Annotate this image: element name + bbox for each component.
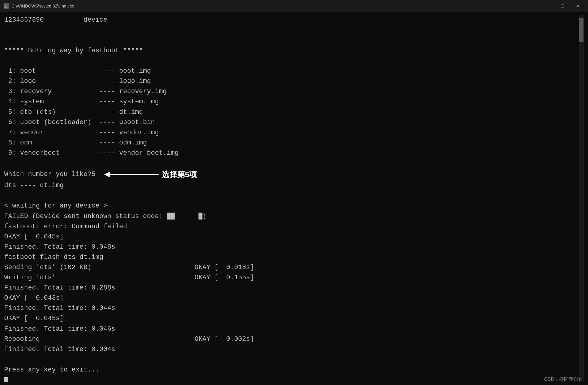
terminal-line: Finished. Total time: 0.048s <box>4 242 579 252</box>
terminal-line: < waiting for any device > <box>4 201 579 211</box>
cmd-icon <box>4 3 9 9</box>
terminal-line: 4: system ---- system.img <box>4 97 579 107</box>
minimize-button[interactable]: ─ <box>541 1 554 11</box>
terminal-line: dts ---- dt.img <box>4 180 579 191</box>
terminal-line: 9: vendorboot ---- vendor_boot.img <box>4 148 579 158</box>
empty-line <box>4 355 579 365</box>
terminal-line: Finished. Total time: 0.004s <box>4 344 579 355</box>
annotation-line: Which number you like?5选择第5项 <box>4 168 579 180</box>
cmd-window: C:\WINDOWS\system32\cmd.exe ─ □ ✕ 123456… <box>0 0 588 385</box>
window-title: C:\WINDOWS\system32\cmd.exe <box>11 4 74 8</box>
blinking-cursor <box>4 377 8 382</box>
scrollbar[interactable] <box>579 15 584 382</box>
terminal-line: 1234567890 device <box>4 15 579 25</box>
terminal-line: ***** Burning way by fastboot ***** <box>4 46 579 56</box>
arrow-line <box>105 174 159 175</box>
terminal-line: OKAY [ 0.045s] <box>4 314 579 324</box>
close-button[interactable]: ✕ <box>571 1 584 11</box>
empty-line <box>4 191 579 201</box>
terminal-line: Finished. Total time: 0.044s <box>4 303 579 314</box>
empty-line <box>4 56 579 66</box>
terminal-line: Sending 'dts' (102 KB) OKAY [ 0.018s] <box>4 262 579 273</box>
svg-rect-0 <box>5 5 8 8</box>
terminal-body: 1234567890 device***** Burning way by fa… <box>0 12 588 385</box>
prompt-line: Which number you like?5 <box>4 169 95 180</box>
terminal-line: 1: boot ---- boot.img <box>4 66 579 76</box>
terminal-line: 8: odm ---- odm.img <box>4 138 579 148</box>
maximize-button[interactable]: □ <box>556 1 569 11</box>
terminal-line: Writing 'dts' OKAY [ 0.155s] <box>4 273 579 283</box>
terminal-line: 6: uboot (bootloader) ---- uboot.bin <box>4 117 579 128</box>
terminal-line: 5: dtb (dts) ---- dt.img <box>4 107 579 117</box>
title-bar-left: C:\WINDOWS\system32\cmd.exe <box>4 3 74 9</box>
empty-line <box>4 158 579 168</box>
terminal-line: Finished. Total time: 0.288s <box>4 283 579 293</box>
terminal-line: FAILED (Device sent unknown status code:… <box>4 211 579 222</box>
terminal-content: 1234567890 device***** Burning way by fa… <box>4 15 579 382</box>
empty-line <box>4 25 579 35</box>
terminal-line: 3: recovery ---- recovery.img <box>4 86 579 97</box>
terminal-line: OKAY [ 0.043s] <box>4 293 579 303</box>
title-bar-controls: ─ □ ✕ <box>541 1 584 11</box>
terminal-line: 7: vendor ---- vendor.img <box>4 128 579 138</box>
annotation-chinese-text: 选择第5项 <box>162 168 197 180</box>
terminal-line: 2: logo ---- logo.img <box>4 76 579 86</box>
terminal-line: Press any key to exit... <box>4 365 579 375</box>
terminal-line: Finished. Total time: 0.046s <box>4 324 579 334</box>
cursor-line <box>4 375 579 382</box>
terminal-line: Rebooting OKAY [ 0.002s] <box>4 334 579 344</box>
arrowhead-icon <box>104 172 110 177</box>
terminal-line: OKAY [ 0.045s] <box>4 232 579 242</box>
terminal-line: fastboot: error: Command failed <box>4 222 579 232</box>
watermark: CSDN @阿迷创作 <box>544 376 583 383</box>
title-bar: C:\WINDOWS\system32\cmd.exe ─ □ ✕ <box>0 0 588 12</box>
terminal-line: fastboot flash dts dt.img <box>4 252 579 262</box>
empty-line <box>4 35 579 46</box>
scrollbar-thumb[interactable] <box>579 18 583 42</box>
annotation-arrow-container: 选择第5项 <box>105 168 197 180</box>
